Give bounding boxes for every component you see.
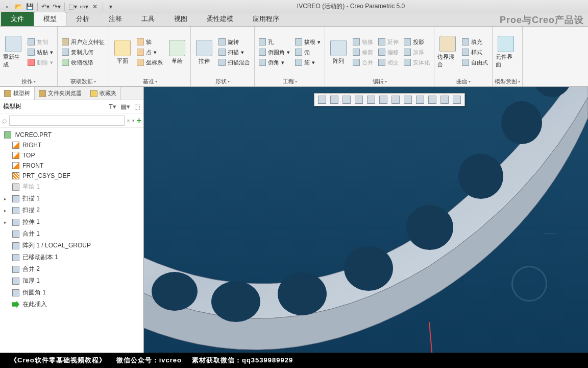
tree-filter-icon[interactable]: ⬚ bbox=[134, 103, 140, 110]
sketch-button[interactable]: 草绘 bbox=[166, 28, 188, 77]
tree-front[interactable]: FRONT bbox=[0, 160, 143, 171]
search-dropdown-icon[interactable]: ▾ bbox=[132, 118, 135, 123]
display-style-icon[interactable] bbox=[353, 95, 364, 105]
tab-flex[interactable]: 柔性建模 bbox=[197, 12, 243, 26]
tree-top[interactable]: TOP bbox=[0, 150, 143, 160]
select-filter3-icon[interactable] bbox=[439, 95, 450, 105]
tree-round1[interactable]: 倒圆角 1 bbox=[0, 287, 143, 298]
3d-viewport[interactable]: ◈⁺ 一 bbox=[144, 87, 588, 353]
new-icon[interactable]: ▫ bbox=[2, 2, 12, 12]
copygeom-button[interactable]: 复制几何 bbox=[60, 48, 107, 57]
tab-model-tree[interactable]: 模型树 bbox=[0, 87, 35, 100]
tab-file[interactable]: 文件 bbox=[1, 12, 34, 26]
fill-button[interactable]: 填充 bbox=[460, 37, 490, 47]
trim-button[interactable]: 修剪 bbox=[351, 48, 375, 57]
paste-button[interactable]: 粘贴▾ bbox=[26, 48, 55, 57]
open-icon[interactable]: 📂 bbox=[13, 2, 23, 12]
tree-extrude1[interactable]: ▸拉伸 1 bbox=[0, 216, 143, 228]
tab-model[interactable]: 模型 bbox=[34, 12, 66, 26]
delete-button[interactable]: 删除▾ bbox=[26, 58, 55, 67]
select-filter2-icon[interactable] bbox=[427, 95, 438, 105]
redo-icon[interactable]: ↷▾ bbox=[52, 2, 62, 12]
tab-apps[interactable]: 应用程序 bbox=[243, 12, 289, 26]
point-button[interactable]: 点▾ bbox=[135, 48, 165, 57]
hole-button[interactable]: 孔 bbox=[257, 37, 292, 47]
tree-moved1[interactable]: 已移动副本 1 bbox=[0, 251, 143, 263]
tab-folder-browser[interactable]: 文件夹浏览器 bbox=[35, 87, 86, 100]
clear-search-icon[interactable]: × bbox=[127, 118, 130, 124]
freeform-button[interactable]: 自由式 bbox=[460, 58, 490, 67]
close-icon[interactable]: ✕ bbox=[90, 2, 100, 12]
perspective-icon[interactable] bbox=[390, 95, 401, 105]
customize-icon[interactable]: ▾ bbox=[106, 2, 116, 12]
datum-display-icon[interactable] bbox=[365, 95, 377, 105]
annotation-display-icon[interactable] bbox=[378, 95, 389, 105]
tree-thicken1[interactable]: 加厚 1 bbox=[0, 275, 143, 287]
style-button[interactable]: 样式 bbox=[460, 48, 490, 57]
tree-sweep2[interactable]: ▸扫描 2 bbox=[0, 204, 143, 216]
boundary-button[interactable]: 边界混合 bbox=[436, 28, 459, 77]
project-button[interactable]: 投影 bbox=[402, 37, 432, 47]
tree-merge2[interactable]: 合并 2 bbox=[0, 263, 143, 275]
video-caption-bar: 《Creo软件零基础视频教程》 微信公众号：ivcreo 素材获取微信：qq35… bbox=[0, 353, 588, 368]
regen-icon[interactable]: ⬚▾ bbox=[67, 2, 78, 12]
copy-button[interactable]: 复制 bbox=[26, 37, 55, 47]
svg-point-1 bbox=[211, 281, 260, 322]
component-button[interactable]: 元件界面 bbox=[495, 28, 517, 77]
intersect-button[interactable]: 相交 bbox=[376, 58, 401, 67]
save-icon[interactable]: 💾 bbox=[24, 2, 35, 12]
tab-view[interactable]: 视图 bbox=[164, 12, 197, 26]
group-operate-label: 操作 bbox=[2, 77, 55, 86]
orient-icon[interactable] bbox=[329, 95, 340, 105]
shell-button[interactable]: 壳 bbox=[293, 48, 323, 57]
add-icon[interactable]: + bbox=[137, 116, 141, 125]
tab-favorites[interactable]: 收藏夹 bbox=[86, 87, 121, 100]
shrinkwrap-button[interactable]: 收缩包络 bbox=[60, 58, 107, 67]
tree-settings-icon[interactable]: T▾ bbox=[109, 103, 116, 110]
group-datum: 平面 轴 点▾ 坐标系 草绘 基准 bbox=[109, 27, 191, 86]
tree-right[interactable]: RIGHT bbox=[0, 140, 143, 150]
plane-button[interactable]: 平面 bbox=[111, 28, 134, 77]
blend-button[interactable]: 扫描混合 bbox=[216, 58, 252, 67]
chamfer-button[interactable]: 倒角▾ bbox=[257, 58, 292, 67]
udf-button[interactable]: 用户定义特征 bbox=[60, 37, 107, 47]
csys-button[interactable]: 坐标系 bbox=[135, 58, 165, 67]
sweep-button[interactable]: 扫描▾ bbox=[216, 48, 252, 57]
group-edit-label: 编辑 bbox=[327, 77, 432, 86]
regenerate-button[interactable]: 重新生成 bbox=[2, 28, 24, 77]
offset-button[interactable]: 偏移 bbox=[376, 48, 401, 57]
merge-button[interactable]: 合并 bbox=[351, 58, 375, 67]
tree-part[interactable]: IVCREO.PRT bbox=[0, 130, 143, 140]
tree-insert-here[interactable]: 在此插入 bbox=[0, 298, 143, 310]
axis-button[interactable]: 轴 bbox=[135, 37, 165, 47]
tree-show-icon[interactable]: ▤▾ bbox=[120, 103, 130, 110]
windows-icon[interactable]: ▭▾ bbox=[79, 2, 89, 12]
tree-sketch1[interactable]: 草绘 1 bbox=[0, 181, 143, 193]
spin-icon[interactable] bbox=[341, 95, 352, 105]
saved-view-icon[interactable] bbox=[402, 95, 413, 105]
group-datum-label: 基准 bbox=[111, 77, 188, 86]
tab-analysis[interactable]: 分析 bbox=[66, 12, 99, 26]
tab-annotate[interactable]: 注释 bbox=[99, 12, 132, 26]
undo-icon[interactable]: ↶▾ bbox=[40, 2, 51, 12]
solidify-button[interactable]: 实体化 bbox=[402, 58, 432, 67]
tree-sweep1[interactable]: ▸扫描 1 bbox=[0, 193, 143, 204]
select-filter-icon[interactable] bbox=[414, 95, 426, 105]
tab-tools[interactable]: 工具 bbox=[132, 12, 164, 26]
mirror-button[interactable]: 镜像 bbox=[351, 37, 375, 47]
pattern-button[interactable]: 阵列 bbox=[327, 28, 350, 77]
tree-pattern1[interactable]: 阵列 1 / LOCAL_GROUP bbox=[0, 240, 143, 251]
tree-search-input[interactable] bbox=[9, 116, 125, 126]
round-button[interactable]: 倒圆角▾ bbox=[257, 48, 292, 57]
zoom-fit-icon[interactable] bbox=[316, 95, 328, 105]
tree-csys[interactable]: PRT_CSYS_DEF bbox=[0, 171, 143, 181]
thicken-button[interactable]: 加厚 bbox=[402, 48, 432, 57]
extend-button[interactable]: 延伸 bbox=[376, 37, 401, 47]
draft-button[interactable]: 拔模▾ bbox=[293, 37, 323, 47]
rib-button[interactable]: 筋▾ bbox=[293, 58, 323, 67]
select-filter4-icon[interactable] bbox=[451, 95, 462, 105]
extrude-button[interactable]: 拉伸 bbox=[193, 28, 215, 77]
tree-merge1[interactable]: 合并 1 bbox=[0, 228, 143, 240]
watermark-text: 一 bbox=[543, 225, 557, 244]
revolve-button[interactable]: 旋转 bbox=[216, 37, 252, 47]
